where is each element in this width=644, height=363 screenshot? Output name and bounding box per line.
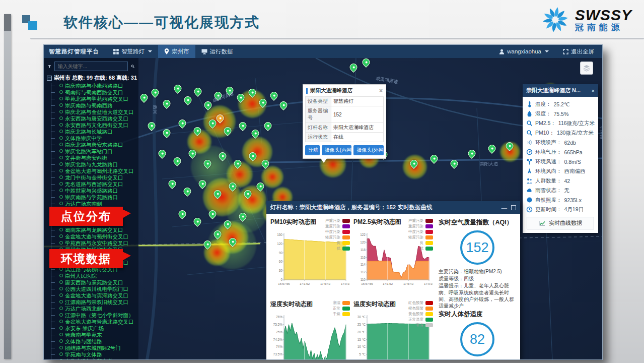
lamp-node-icon [59,169,63,172]
tree-item[interactable]: 崇庆北路与九龙路路口 [51,161,138,168]
tree-item[interactable]: 江源南路与崇双旧线交叉口 [51,299,138,306]
device-info-popup: 崇阳大道澜峰酒店 × 设备类型智慧路灯 服务器编号152 灯杆名称崇阳大道澜峰酒… [303,84,386,159]
tree-item[interactable]: 公园大道四川机电学院门口 [51,286,138,292]
aqi-title: 实时空气质量指数（AQI） [439,218,516,227]
tree-root-node[interactable]: 崇州市 总数: 99 在线: 68 离线: 31 [47,74,136,82]
tree-item[interactable]: 崇庆北路与唐安东路路口 [51,142,138,148]
lamp-node-icon [59,274,63,277]
nav-item-running-data[interactable]: 运行数据 [195,45,239,58]
svg-text:17:9:37: 17:9:37 [424,282,433,285]
exit-fullscreen-button[interactable]: 退出全屏 [557,45,602,58]
filter-icon[interactable] [48,64,51,70]
nav-item-smart-lamp[interactable]: 智慧路灯 [107,45,158,58]
tree-item[interactable]: 文体路崇庆中学 [51,135,138,142]
env-label: 人群数量： [535,177,562,185]
env-data-row: 环境气压：665hPa [526,147,595,157]
slide-left-bar-cap [4,14,11,31]
user-icon [499,49,505,54]
svg-text:112: 112 [361,270,366,274]
realtime-curve-button[interactable]: 实时曲线数据 [527,217,594,229]
search-icon[interactable] [131,63,134,70]
tree-item[interactable]: 文体路与团结路 [51,338,138,345]
map-canvas[interactable]: 成温邛高速成温邛高速崇阳大道崇阳大道华怀路西河 [44,58,602,359]
tree-item[interactable]: 文井街与唐安西街 [51,155,138,161]
lamp-node-icon [59,149,63,153]
tree-item[interactable]: 团结路与东城国际2号门 [51,345,138,351]
env-label: 自然照度： [535,197,562,204]
restore-window-icon[interactable] [511,205,516,210]
chart-legend: 红色预警橙色预警黄色预警正常温度寒冷 [408,300,433,328]
app-brand: 智慧路灯管理平台 [44,48,107,55]
lamp-node-icon [59,130,63,133]
tree-item[interactable]: 中胜世家与兴盛路路口 [51,188,138,194]
env-label: 环境噪声： [535,139,562,146]
user-menu[interactable]: wangxiaohua [493,45,555,58]
env-data-row: 温度：25.2℃ [526,99,595,109]
collapse-icon[interactable] [47,76,52,81]
lamp-node-icon [59,97,63,100]
tree-item[interactable]: 晋康南与学苑东 [51,332,138,338]
tree-item[interactable]: 学苑西路与永安中路交叉口 [51,240,138,247]
lamp-node-icon [59,156,63,159]
svg-text:74.5%: 74.5% [273,338,283,341]
close-icon[interactable]: × [592,88,595,94]
svg-text:73.5%: 73.5% [273,353,283,356]
env-value: 116微克/立方米 [558,120,595,127]
tree-item[interactable]: 永安西路与文化西街交叉口 [51,122,138,129]
tree-item[interactable]: 永安西路与唐安西路交叉口 [51,115,138,122]
lamp-node-icon [59,359,63,359]
tree-item[interactable]: 崇庆北路与长城路口 [51,129,138,135]
temperature-chart: 温度实时动态图红色预警橙色预警黄色预警正常温度寒冷0 ℃5 ℃10 ℃15 ℃2… [352,298,435,359]
tree-item[interactable]: 崇庆南路与蜀南西路 [51,102,138,109]
tree-item[interactable]: 永安东-崇庆广场 [51,325,138,332]
env-data-row: 湿度：75.5% [526,109,595,118]
pressure-icon [526,149,533,155]
svg-text:30 ℃: 30 ℃ [357,315,366,319]
tree-item[interactable]: 金盆地大道与滨河路交叉口 [51,292,138,299]
minimize-icon[interactable]: — [502,205,508,211]
map-layers-button[interactable] [580,62,593,75]
tree-item[interactable]: 崇庆北路汽车站门口 [51,148,138,155]
tree-item[interactable]: 龙门中街与金带街交叉口 [51,174,138,181]
tree-item[interactable]: 光华大道与永和大道 [51,358,138,359]
tree-item[interactable]: 金盆地大道与晋康北路交叉口 [51,319,138,325]
lamp-node-icon [59,136,63,140]
tree-item[interactable]: 唐安西路与景苑路交叉口 [51,279,138,286]
tree-item[interactable]: 金盆地大道与蜀州街交叉口 [51,233,138,240]
lamp-node-icon [59,123,63,127]
svg-text:17:5:43: 17:5:43 [403,282,414,285]
env-data-row: 环境风速：0.8m/S [526,157,595,166]
logo-starburst-icon [541,4,570,35]
tree-item[interactable]: 学苑北路与学苑西路交叉口 [51,96,138,102]
search-input[interactable] [54,62,128,71]
tree-item[interactable]: 万达广场西北侧 [51,306,138,312]
tree-item[interactable]: 金盆地大道与蜀州北路交叉口 [51,168,138,174]
svg-text:150: 150 [277,233,282,236]
pm25-chart: PM2.5实时动态图严重污染重度污染中度污染轻度污染良优110112114116… [352,216,435,298]
navigate-button[interactable]: 导航 [305,145,320,155]
tree-item[interactable]: 蜀南街与蜀南西路交叉口 [51,89,138,96]
tree-item[interactable]: 崇庆北路与金盆地大道交叉口 [51,109,138,115]
tree-item[interactable]: 蜀南东路与龙腾路交叉口 [51,227,138,233]
wind-speed-icon [526,158,533,165]
chart-panel-titlebar[interactable]: 灯杆名称：崇阳大道澜峰酒店，服务器编号：152 实时数据曲线 — [266,201,520,214]
camera-internal-button[interactable]: 摄像头(内网) [322,145,352,155]
title-decoration-square [28,21,37,30]
tree-item[interactable]: 崇州人民医院 [51,273,138,279]
clock-icon [526,206,533,213]
camera-external-button[interactable]: 摄像头(外网) [353,145,384,155]
tree-item[interactable]: 江源中路（第七小学斜对面） [51,312,138,319]
env-data-row: 环境噪声：62db [526,138,595,147]
tree-item[interactable]: 崇庆南路与小康西路路口 [51,83,138,89]
nav-item-city[interactable]: 崇州市 [158,45,195,58]
svg-text:30: 30 [279,269,283,272]
tree-item[interactable]: 崇庆南路与学苑路路口 [51,194,138,201]
close-icon[interactable]: × [379,88,383,93]
tree-item[interactable]: 学苑南与文体路 [51,351,138,358]
comfort-value-badge: 82 [460,322,494,356]
search-bar [48,62,134,72]
env-data-row: 环境风向：西南偏西 [526,166,595,176]
tree-item[interactable]: 无名道路与西游路交叉口 [51,181,138,188]
svg-text:15 ℃: 15 ℃ [357,338,366,341]
realtime-chart-panel: 灯杆名称：崇阳大道澜峰酒店，服务器编号：152 实时数据曲线 — PM10实时动… [266,201,520,359]
